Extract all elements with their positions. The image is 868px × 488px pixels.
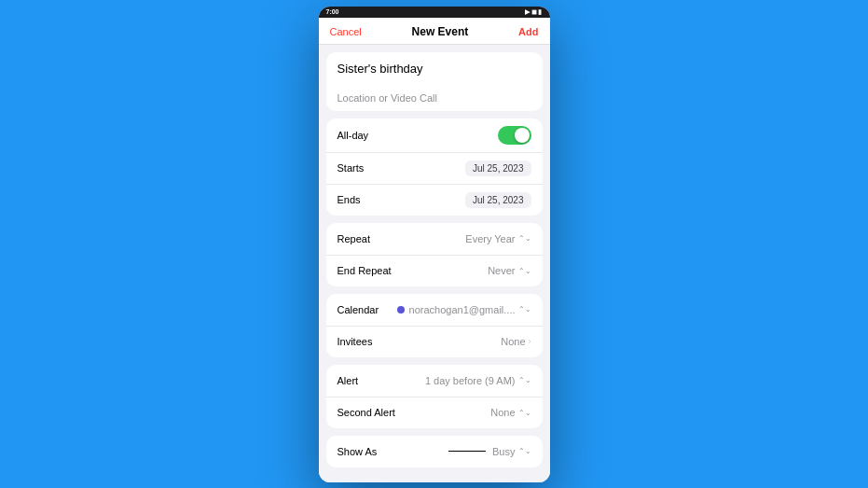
add-button[interactable]: Add [518, 26, 538, 37]
calendar-chevron: ⌃⌄ [518, 305, 531, 314]
invitees-chevron: › [529, 337, 531, 346]
page-title: New Event [412, 25, 469, 38]
calendar-row[interactable]: Calendar norachogan1@gmail.... ⌃⌄ [326, 294, 543, 326]
status-time: 7:00 [326, 8, 339, 15]
event-title-input[interactable]: Sister's birthday [326, 52, 543, 85]
invitees-row[interactable]: Invitees None › [326, 326, 543, 357]
title-card: Sister's birthday Location or Video Call [326, 52, 543, 111]
calendar-value: norachogan1@gmail.... ⌃⌄ [397, 304, 531, 315]
repeat-value: Every Year ⌃⌄ [465, 233, 530, 244]
show-as-card: Show As Busy ⌃⌄ [326, 436, 543, 467]
all-day-row[interactable]: All-day [326, 119, 543, 152]
phone-container: 7:00 ▶ ◼ ▮ Cancel New Event Add Sister's… [319, 7, 550, 482]
end-repeat-value: Never ⌃⌄ [488, 265, 530, 276]
datetime-card: All-day Starts Jul 25, 2023 Ends Jul 25,… [326, 119, 543, 216]
invitees-label: Invitees [338, 336, 373, 347]
content-area: Sister's birthday Location or Video Call… [319, 45, 550, 482]
end-repeat-chevron: ⌃⌄ [518, 267, 531, 275]
second-alert-row[interactable]: Second Alert None ⌃⌄ [326, 397, 543, 428]
alert-card: Alert 1 day before (9 AM) ⌃⌄ Second Aler… [326, 365, 543, 428]
calendar-card: Calendar norachogan1@gmail.... ⌃⌄ Invite… [326, 294, 543, 357]
show-as-label: Show As [338, 446, 378, 457]
alert-row[interactable]: Alert 1 day before (9 AM) ⌃⌄ [326, 365, 543, 397]
toggle-knob [515, 128, 530, 143]
starts-value: Jul 25, 2023 [465, 160, 531, 176]
location-placeholder[interactable]: Location or Video Call [326, 85, 543, 111]
second-alert-chevron: ⌃⌄ [518, 409, 531, 417]
end-repeat-label: End Repeat [338, 265, 392, 276]
nav-bar: Cancel New Event Add [319, 18, 550, 45]
repeat-row[interactable]: Repeat Every Year ⌃⌄ [326, 223, 543, 255]
show-as-chevron: ⌃⌄ [518, 447, 531, 455]
calendar-label: Calendar [338, 304, 379, 315]
repeat-label: Repeat [338, 233, 370, 244]
show-as-row[interactable]: Show As Busy ⌃⌄ [326, 436, 543, 467]
alert-value: 1 day before (9 AM) ⌃⌄ [425, 375, 531, 386]
ends-value: Jul 25, 2023 [465, 192, 531, 208]
second-alert-value: None ⌃⌄ [490, 407, 530, 418]
alert-label: Alert [338, 375, 359, 386]
end-repeat-row[interactable]: End Repeat Never ⌃⌄ [326, 255, 543, 286]
repeat-chevron: ⌃⌄ [518, 234, 531, 243]
alert-chevron: ⌃⌄ [518, 376, 531, 384]
repeat-card: Repeat Every Year ⌃⌄ End Repeat Never ⌃⌄ [326, 223, 543, 286]
show-as-line [448, 451, 486, 452]
ends-label: Ends [338, 194, 361, 205]
starts-label: Starts [338, 162, 365, 174]
show-as-value: Busy ⌃⌄ [448, 446, 530, 457]
all-day-label: All-day [338, 130, 369, 141]
invitees-value: None › [501, 336, 530, 347]
cancel-button[interactable]: Cancel [330, 26, 362, 37]
calendar-dot [397, 306, 405, 314]
status-icons: ▶ ◼ ▮ [525, 8, 543, 16]
second-alert-label: Second Alert [338, 407, 395, 418]
all-day-toggle[interactable] [498, 126, 531, 145]
ends-row[interactable]: Ends Jul 25, 2023 [326, 184, 543, 216]
starts-row[interactable]: Starts Jul 25, 2023 [326, 152, 543, 184]
status-bar: 7:00 ▶ ◼ ▮ [319, 7, 550, 18]
